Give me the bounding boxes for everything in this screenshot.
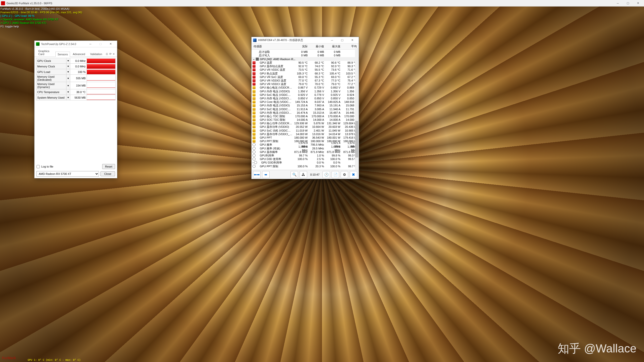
network-icon[interactable]: 🖧 [300,171,307,178]
hw-sensor-row[interactable]: GPU PPT180.000 W36.543 W180.001 W179.416… [252,136,359,139]
scrollbar-thumb[interactable] [355,121,358,157]
maximize-button[interactable]: ▢ [623,1,633,6]
sensor-row: GPU Load ▾ 100 % [36,69,116,75]
furmark-titlebar[interactable]: Geeks3D FurMark v1.35.0.0 - 96FPS ─ ▢ ✕ [0,0,644,7]
hw-sensor-row[interactable]: GPU Core 电流 (VDDCR_G...149.724 A8.037 A1… [252,100,359,104]
hwinfo-body[interactable]: 总计读取0 MB0 MB0 MB总计写入0 MB0 MB0 MB⌄GPU [#0… [252,50,359,170]
sensor-max: 0.925 V [325,93,341,97]
sensor-dropdown-icon[interactable]: ▾ [66,95,70,100]
sensor-dropdown-icon[interactable]: ▾ [66,82,70,89]
hw-sensor-row[interactable]: GPU 核心功率 (VDDCR_GFX)129.936 W5.876 W131.… [252,122,359,125]
hw-sensor-row[interactable]: GPU SoC 电压 (VDDCR_S...0.925 V0.778 V0.92… [252,93,359,97]
hw-sensor-row[interactable]: GPU 核心 TDC 限制170.000 A170.000 A170.000 A… [252,114,359,118]
gpuz-titlebar[interactable]: TechPowerUp GPU-Z 2.54.0 ─ ▢ ✕ [34,41,117,47]
hw-sensor-row[interactable]: GPU 内存 电流 (VDDCI_M...16.474 A15.313 A16.… [252,111,359,114]
log-icon[interactable]: 📄 [332,171,339,178]
hw-sensor-row[interactable]: GPU 热点温度105.3 °C68.3 °C105.4 °C103.5 °C [252,72,359,75]
hw-sensor-row[interactable]: GPU 频率 (有效)1,566.6 MHz28.5 MHz1,615.5 MH… [252,147,359,150]
hw-sensor-row[interactable]: GPU VR VDDCI 温度79.0 °C70.0 °C79.0 °C77.2… [252,82,359,86]
hw-sensor-row[interactable]: GPU 内存 电压 (VDDIO)1.356 V1.356 V1.356 V1.… [252,90,359,93]
screenshot-icon[interactable]: ⎙ [106,52,108,56]
nav-collapse-icon[interactable]: ⬌ [262,171,270,178]
sensor-dropdown-icon[interactable]: ▾ [66,69,70,75]
hw-sensor-row[interactable]: GPU SoC 电流 (VDDCR_S...11.913 A3.085 A11.… [252,107,359,111]
sensor-value: 38.0 °C [70,89,87,95]
hw-sensor-row[interactable]: GPU 显存结点温度92.0 °C74.0 °C92.0 °C90.3 °C [252,64,359,68]
gpuz-icon [36,42,40,46]
sensor-dropdown-icon[interactable]: ▾ [66,89,70,95]
clock-icon[interactable]: 🕐 [323,171,330,178]
hw-sensor-row[interactable]: GPU 温度90.5 °C68.2 °C90.6 °C88.9 °C [252,61,359,64]
hw-summary-row[interactable]: 总计写入0 MB0 MB0 MB [252,54,359,57]
hw-sensor-row[interactable]: GPU VR VDDIO 温度77.0 °C67.3 °C77.0 °C75.4… [252,79,359,82]
gpuz-close-bottom-button[interactable]: Close [100,171,115,176]
tree-collapse-icon[interactable]: ⌄ [253,57,255,61]
sensor-max: 180.001 W [325,136,341,139]
hw-sensor-row[interactable]: GPU SOC TDC 限制14.000 A14.000 A14.000 A14… [252,118,359,122]
sensor-name: GPU SoC 功耗 (VDDCR_S... [256,129,292,132]
sensor-dropdown-icon[interactable]: ▾ [66,64,70,69]
sensor-value: 0.0 MHz [70,64,87,69]
gpu-select[interactable]: AMD Radeon RX 5700 XT [37,171,99,177]
hw-sensor-row[interactable]: GPU VR SoC 温度69.0 °C55.3 °C69.0 °C67.2 °… [252,75,359,79]
furmark-logo: FurMark [2,356,16,360]
sensor-min: 68.3 °C [309,72,325,75]
temp-icon [253,72,256,75]
hw-sensor-row[interactable]: GPU 显存功率 (VDDCI_MEM)14.003 W13.016 W14.0… [252,132,359,136]
reset-button[interactable]: Reset [102,164,115,169]
gpuz-close-button[interactable]: ✕ [105,41,116,47]
sensor-current: 73.5 °C [292,68,309,71]
hw-sensor-row[interactable]: GPU 显存功率 (VDDIO)20.552 W10.664 W20.603 W… [252,125,359,129]
disk-icon [255,50,258,53]
hwinfo-column-header[interactable]: 传感器 实际 最小值 最大值 平均 [252,44,359,50]
hw-summary-row[interactable]: 总计读取0 MB0 MB0 MB [252,50,359,54]
minimize-button[interactable]: ─ [613,1,623,6]
log-to-file-label: Log to file [41,165,53,168]
hw-sensor-row[interactable]: GPU VR VDDC 温度73.5 °C55.5 °C73.6 °C71.6 … [252,68,359,71]
sensor-min: 871.8 MHz [309,150,325,154]
search-icon[interactable]: 🔍 [291,171,298,178]
gpuz-maximize-button[interactable]: ▢ [95,41,105,47]
gpuz-window[interactable]: TechPowerUp GPU-Z 2.54.0 ─ ▢ ✕ Graphics … [34,41,117,178]
hwinfo-maximize-button[interactable]: ▢ [337,37,347,43]
hwinfo-titlebar[interactable]: HWiNFO64 v7.30-4870 - 传感器状态 ─ ▢ ✕ [252,37,359,44]
hwinfo-window[interactable]: HWiNFO64 v7.30-4870 - 传感器状态 ─ ▢ ✕ 传感器 实际… [251,37,359,179]
sensor-dropdown-icon[interactable]: ▾ [66,75,70,82]
sensor-label: CPU Temperature [36,89,66,95]
exit-icon[interactable]: ✖ [350,171,357,178]
sensor-row: Memory Used (Dedicated) ▾ 555 MB [36,75,116,82]
hw-sensor-row[interactable]: GPU PPT 限制100.0 %20.3 %100.0 %99.7 % [252,164,359,168]
gpuz-minimize-button[interactable]: ─ [85,41,95,47]
hw-sensor-row[interactable]: ›GPU D3D利用率0.0 %0.0 % [252,161,359,164]
hw-sensor-row[interactable]: GPU利用率99.7 %1.0 %99.8 %99.3 % [252,154,359,157]
hwinfo-close-button[interactable]: ✕ [347,37,357,43]
tree-expand-icon[interactable]: › [253,161,254,164]
hw-sensor-row[interactable]: GPU 显存频率871.8 MHz871.8 MHz871.8 MHz871.8… [252,150,359,154]
col-current[interactable]: 实际 [292,44,309,49]
log-to-file-checkbox[interactable] [37,165,40,168]
settings-icon[interactable]: ⚙ [341,171,348,178]
hw-sensor-row[interactable]: GPU SoC 功耗 (VDDCR_S...11.019 W2.401 W11.… [252,129,359,132]
hwinfo-minimize-button[interactable]: ─ [327,37,337,43]
col-sensor[interactable]: 传感器 [253,44,292,49]
hw-group-gpu[interactable]: ⌄GPU [#0]: AMD Radeon R... [252,57,359,61]
hw-sensor-row[interactable]: GPU 核心电压 (VDDCR_GFX)0.867 V0.729 V0.892 … [252,86,359,89]
clock-icon [253,165,256,168]
menu-icon[interactable]: ≡ [113,52,115,56]
col-max[interactable]: 最大值 [325,44,341,49]
nav-back-forward-icon[interactable]: ⬅➡ [253,171,261,178]
tab-sensors[interactable]: Sensors [55,52,70,57]
tab-validation[interactable]: Validation [88,51,104,57]
refresh-icon[interactable]: ⟳ [109,52,112,56]
hw-sensor-row[interactable]: GPU 内存 电流 (VDDIO)15.153 A7.863 A15.191 A… [252,104,359,107]
hwinfo-toolbar: ⬅➡ ⬌ 🔍 🖧 0:10:47 🕐 📄 ⚙ ✖ [252,170,359,179]
hw-sensor-row[interactable]: GPU D3D 使用率100.0 %2.5 %100.0 %99.5 % [252,157,359,161]
col-min[interactable]: 最小值 [309,44,325,49]
tab-advanced[interactable]: Advanced [70,51,87,57]
hwinfo-scrollbar[interactable] [355,48,359,170]
hw-sensor-row[interactable]: GPU 内存 电压 (VDDCI_M...0.850 V0.850 V0.850… [252,97,359,100]
sensor-dropdown-icon[interactable]: ▾ [66,58,70,64]
tab-graphics-card[interactable]: Graphics Card [36,48,55,57]
close-button[interactable]: ✕ [633,1,643,6]
sensor-current: 11.913 A [292,107,309,111]
